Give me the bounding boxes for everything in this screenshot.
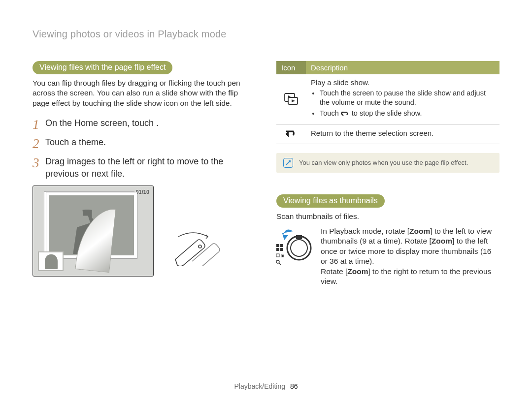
step-text: On the Home screen, touch . xyxy=(45,117,159,131)
svg-point-0 xyxy=(199,245,201,248)
note-callout: You can view only photos when you use th… xyxy=(276,153,499,173)
note-text: You can view only photos when you use th… xyxy=(299,159,468,166)
slideshow-icon xyxy=(284,93,298,105)
breadcrumb: Viewing photos or videos in Playback mod… xyxy=(33,29,499,47)
svg-rect-8 xyxy=(276,248,279,251)
svg-rect-9 xyxy=(280,248,283,251)
left-column: Viewing files with the page flip effect … xyxy=(33,61,256,287)
step-text: Touch a theme. xyxy=(45,136,106,151)
table-row: Play a slide show. Touch the screen to p… xyxy=(276,74,499,124)
right-column: Icon Description xyxy=(276,61,499,287)
page-flip-illustration: 01/10 xyxy=(33,185,190,277)
table-row: Return to the theme selection screen. xyxy=(276,124,499,144)
section-intro: Scan thumbnails of files. xyxy=(276,212,499,221)
icon-description-table: Icon Description xyxy=(276,61,499,144)
return-icon xyxy=(285,129,298,139)
svg-rect-5 xyxy=(296,235,302,239)
zoom-instructions: In Playback mode, rotate [Zoom] to the l… xyxy=(321,226,499,287)
step-number: 1 xyxy=(33,117,45,131)
table-head-icon: Icon xyxy=(276,61,306,74)
page-number: 86 xyxy=(290,382,298,390)
section-intro: You can flip through files by dragging o… xyxy=(33,78,256,108)
svg-rect-6 xyxy=(276,244,279,247)
row-bullet: Touch the screen to pause the slide show… xyxy=(320,89,495,107)
step-number: 2 xyxy=(33,136,45,151)
section-heading-page-flip: Viewing files with the page flip effect xyxy=(33,61,172,74)
row-title: Play a slide show. xyxy=(311,78,495,87)
svg-rect-7 xyxy=(280,244,283,247)
row-bullet: Touch to stop the slide show. xyxy=(320,109,495,118)
zoom-dial-icon: ▣ xyxy=(276,226,313,271)
svg-rect-10 xyxy=(276,254,279,257)
step-text: Drag images to the left or right to move… xyxy=(45,155,256,180)
svg-point-4 xyxy=(291,240,307,256)
row-description: Return to the theme selection screen. xyxy=(306,124,499,144)
footer-section: Playback/Editing xyxy=(234,382,286,390)
page-footer: Playback/Editing 86 xyxy=(0,382,532,390)
back-icon xyxy=(341,110,350,117)
svg-text:▣: ▣ xyxy=(281,253,285,258)
step-number: 3 xyxy=(33,155,45,180)
file-counter: 01/10 xyxy=(135,189,149,195)
section-heading-thumbnails: Viewing files as thumbnails xyxy=(276,194,385,208)
steps-list: 1 On the Home screen, touch . 2 Touch a … xyxy=(33,117,256,180)
stylus-icon xyxy=(169,231,224,266)
info-icon xyxy=(283,158,293,168)
table-head-description: Description xyxy=(306,61,499,74)
